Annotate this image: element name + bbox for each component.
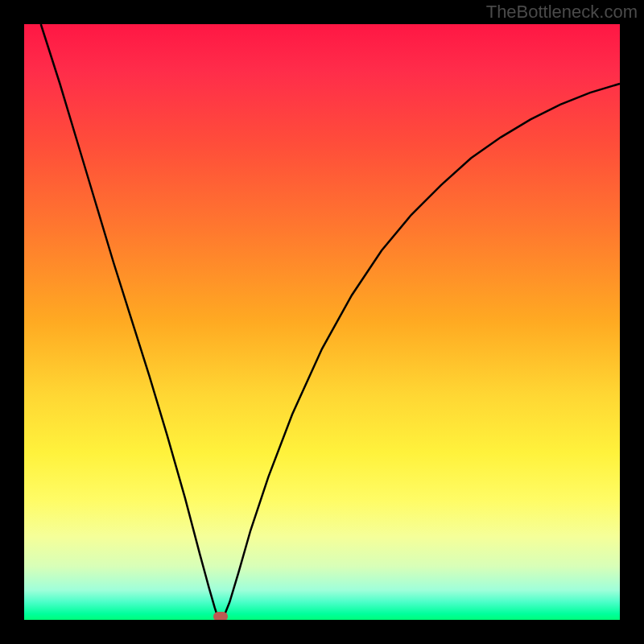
attribution-text: TheBottleneck.com [486, 2, 638, 23]
chart-border [0, 0, 644, 644]
